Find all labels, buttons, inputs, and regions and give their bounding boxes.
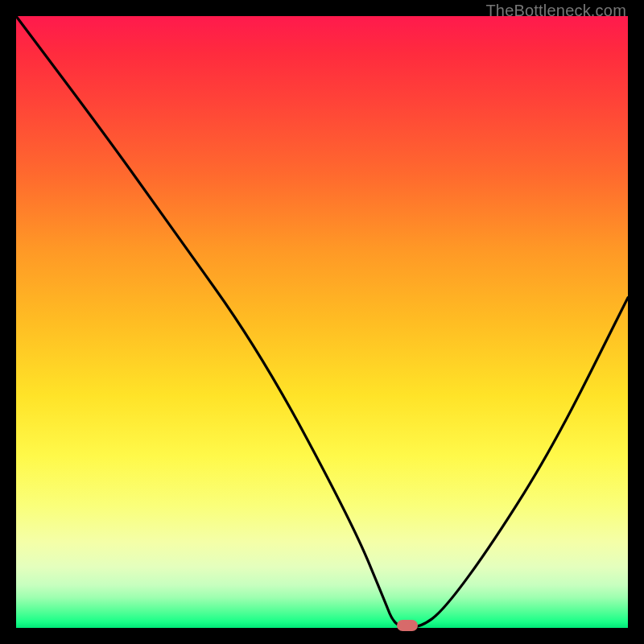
watermark-text: TheBottleneck.com [485,2,626,20]
background-gradient [16,16,628,628]
plot-area [16,16,628,628]
optimal-marker [397,620,418,631]
chart-frame: TheBottleneck.com [0,0,644,644]
